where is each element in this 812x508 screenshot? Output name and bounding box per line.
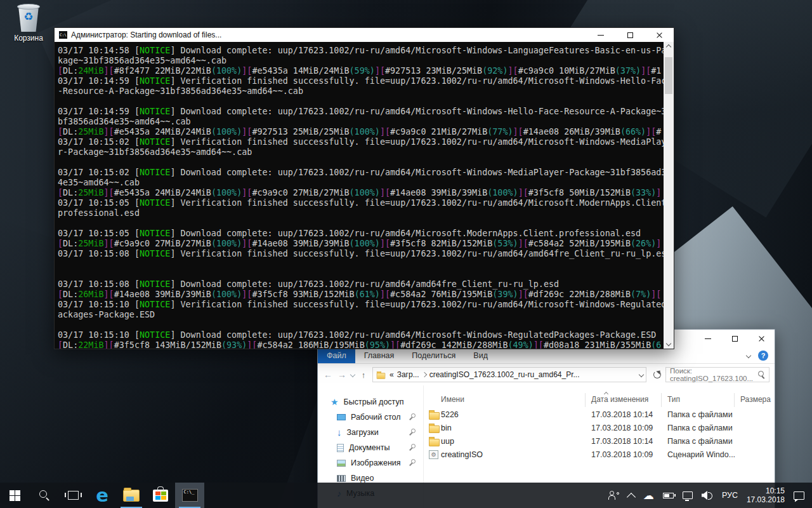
network-icon[interactable] <box>678 483 697 508</box>
ribbon-tab-Главная[interactable]: Главная <box>355 349 403 363</box>
console-text-segment: (100%) <box>350 127 380 137</box>
console-text-segment: (100%) <box>487 188 518 197</box>
ribbon-tab-Поделиться[interactable]: Поделиться <box>403 349 464 363</box>
console-text-segment: 4e35~amd64~~.cab <box>58 178 140 187</box>
start-taskbar-button[interactable] <box>0 483 29 508</box>
console-title-bar[interactable]: C:\ Администратор: Starting download of … <box>55 28 674 42</box>
maximize-icon <box>627 32 633 38</box>
file-date: 17.03.2018 10:09 <box>591 424 653 432</box>
console-text-segment: ] Download complete: uup/17623.1002/ru-r… <box>170 279 559 289</box>
clock[interactable]: 10:15 17.03.2018 <box>742 483 789 508</box>
ribbon-collapse-icon[interactable] <box>746 353 751 358</box>
column-divider[interactable] <box>734 393 735 407</box>
volume-icon[interactable] <box>697 483 717 508</box>
console-line: [DL:24MiB][#8f2477 22MiB/22MiB(100%)][#e… <box>58 66 674 76</box>
console-minimize-button[interactable] <box>586 28 615 42</box>
column-header-name[interactable]: Имени <box>441 395 464 404</box>
console-text-segment: [ <box>58 239 63 248</box>
forward-icon[interactable]: → <box>337 370 347 380</box>
scrollbar-thumb[interactable] <box>665 57 672 94</box>
action-center-icon[interactable] <box>789 483 812 508</box>
file-row-uup[interactable]: uup17.03.2018 10:14Папка с файлами <box>424 435 775 448</box>
console-text-segment: ] Verification finished successfully. fi… <box>170 76 671 86</box>
console-text-segment: #14ae08 26MiB/39MiB <box>523 127 620 137</box>
edge-taskbar-button[interactable]: e <box>88 483 117 508</box>
column-divider[interactable] <box>585 393 586 407</box>
file-list-header: Имени Дата изменения Тип Размера <box>424 393 775 408</box>
explorer-minimize-button[interactable] <box>695 330 721 347</box>
language-indicator[interactable]: РУС <box>717 483 742 508</box>
search-icon[interactable] <box>758 371 765 379</box>
store-taskbar-button[interactable] <box>146 483 175 508</box>
explorer-search-input[interactable]: Поиск: creatingISO_17623.100... <box>665 367 769 382</box>
onedrive-cloud-icon[interactable]: ☁ <box>639 483 658 508</box>
recycle-symbol: ♻ <box>17 11 40 22</box>
ribbon-tab-Файл[interactable]: Файл <box>318 349 355 363</box>
recycle-bin-desktop-icon[interactable]: ♻ Корзина <box>5 4 52 43</box>
refresh-icon[interactable] <box>653 370 662 379</box>
breadcrumb-current[interactable]: creatingISO_17623.1002_ru-ru_amd64_Pr... <box>429 370 580 379</box>
scroll-down-icon[interactable] <box>664 338 674 349</box>
column-header-size[interactable]: Размера <box>740 395 771 404</box>
address-box[interactable]: « Загр... creatingISO_17623.1002_ru-ru_a… <box>372 367 646 382</box>
people-icon[interactable] <box>604 483 624 508</box>
file-explorer-window[interactable]: ФайлГлавнаяПоделитьсяВид ? ← → ↑ « Загр.… <box>317 329 775 508</box>
console-text-segment: ][ <box>534 340 544 349</box>
console-text-segment: ] Download complete: uup/17623.1002/ru-r… <box>170 168 671 177</box>
file-row-creatingISO[interactable]: ⚙creatingISO17.03.2018 10:09Сценарий Win… <box>424 448 775 462</box>
console-text-segment: [ <box>58 188 63 197</box>
console-text-segment: NOTICE <box>140 198 170 208</box>
back-icon[interactable]: ← <box>323 370 333 380</box>
console-text-segment: ][ <box>242 290 252 299</box>
console-text-segment: 03/17 10:15:08 [ <box>58 249 140 258</box>
console-text-segment: [ <box>58 127 63 137</box>
file-row-5226[interactable]: 522617.03.2018 10:14Папка с файлами <box>424 408 775 422</box>
console-scrollbar[interactable] <box>664 42 674 349</box>
battery-icon[interactable] <box>658 483 678 508</box>
console-text-segment: (39%) <box>492 290 518 299</box>
pin-icon <box>409 413 416 420</box>
file-row-bin[interactable]: bin17.03.2018 10:09Папка с файлами <box>424 422 775 435</box>
console-text-segment: # <box>656 127 661 137</box>
console-text-segment: ][ <box>104 127 114 137</box>
console-text-segment: #1 <box>651 66 661 76</box>
column-divider[interactable] <box>661 393 662 407</box>
clock-date: 17.03.2018 <box>747 495 785 504</box>
scroll-up-icon[interactable] <box>664 42 674 52</box>
console-maximize-button[interactable] <box>615 28 645 42</box>
search-taskbar-button[interactable] <box>29 483 58 508</box>
explorer-maximize-button[interactable] <box>721 330 748 347</box>
help-icon[interactable]: ? <box>758 351 768 361</box>
console-text-segment: (6 <box>651 340 661 349</box>
console-text-segment: ][ <box>508 66 518 76</box>
console-text-segment: (33%) <box>631 188 656 197</box>
file-explorer-taskbar-button[interactable] <box>117 483 146 508</box>
console-text-segment: NOTICE <box>140 46 170 55</box>
address-dropdown-icon[interactable] <box>639 372 644 377</box>
explorer-close-button[interactable] <box>748 330 775 347</box>
breadcrumb-parent[interactable]: Загр... <box>397 370 419 379</box>
console-text-segment: 25MiB <box>78 127 103 137</box>
sidebar-item-Документы[interactable]: Документы <box>318 440 423 455</box>
column-header-type[interactable]: Тип <box>667 395 680 404</box>
recent-locations-icon[interactable] <box>350 372 355 377</box>
console-close-button[interactable] <box>645 28 674 42</box>
sidebar-item-Быстрый доступ[interactable]: ★Быстрый доступ <box>318 394 423 410</box>
sidebar-item-Загрузки[interactable]: ↓Загрузки <box>318 425 423 440</box>
console-text-segment: ][ <box>646 127 656 137</box>
sidebar-item-Рабочий стол[interactable]: Рабочий стол <box>318 410 423 425</box>
command-prompt-window[interactable]: C:\ Администратор: Starting download of … <box>54 27 674 349</box>
console-line: bf3856ad364e35~amd64~~.cab <box>58 117 674 127</box>
ribbon-tab-Вид[interactable]: Вид <box>464 349 497 363</box>
console-text-segment: (77%) <box>487 127 513 137</box>
command-prompt-taskbar-button[interactable]: C:\_ <box>175 483 204 508</box>
task-view-taskbar-button[interactable] <box>58 483 88 508</box>
breadcrumb-overflow[interactable]: « <box>390 370 394 379</box>
sidebar-item-Изображения[interactable]: Изображения <box>318 455 423 471</box>
recycle-bin-label: Корзина <box>5 34 52 43</box>
tray-chevron-up-icon[interactable] <box>624 483 639 508</box>
console-text-segment: #927513 25MiB/25MiB <box>252 127 349 137</box>
up-icon[interactable]: ↑ <box>358 370 369 380</box>
console-text-segment: #e5435a 24MiB/24MiB <box>114 188 211 197</box>
column-header-date[interactable]: Дата изменения <box>591 395 648 404</box>
